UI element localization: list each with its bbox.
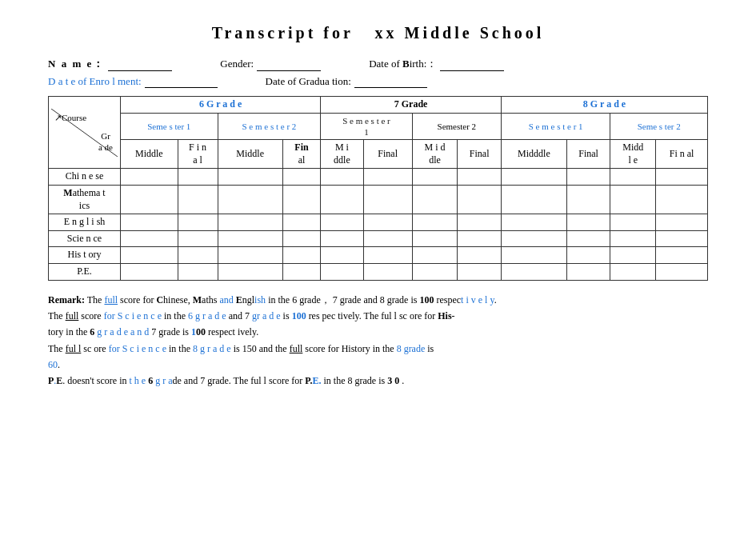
graduation-value <box>354 74 427 88</box>
sc-g7s2m <box>412 230 458 247</box>
e-g6s1f <box>178 214 218 231</box>
enrollment-value <box>145 74 218 88</box>
g6s2-fin: Final <box>282 140 320 169</box>
h-g8s1f <box>566 247 610 264</box>
remark-text-2f: is <box>281 310 292 321</box>
info-row-1: N a m e： Gender: Date of Birth:： <box>48 57 708 71</box>
enrollment-label: D a t e of Enro l ment: <box>48 75 142 88</box>
gender-field: Gender: <box>220 57 321 71</box>
h-g8s2m <box>610 247 656 264</box>
remark-maths: M <box>193 294 202 305</box>
remark-line-3b: 60. <box>48 357 708 373</box>
m-g8s2f <box>656 185 708 214</box>
g7s1-mid: M iddle <box>321 140 363 169</box>
g7-sem1-header: S e m e s t e r1 <box>321 113 412 140</box>
remark-score-60: 60 <box>48 359 58 370</box>
remark-for-3: for <box>109 343 120 354</box>
remark-text-2g: res pec tively. The ful l sc ore for <box>306 310 438 321</box>
grade-8-header: 8 G r a d e <box>501 97 707 114</box>
remark-score-100: 100 <box>419 294 434 305</box>
c-g6s2f <box>282 169 320 186</box>
remark-text-1f: ngl <box>242 294 254 305</box>
remark-text-2l: respect ively. <box>206 326 258 337</box>
remark-text-1l: t i v e l y <box>461 294 494 305</box>
remark-his-2: His <box>438 310 451 321</box>
remark-text-2a: The <box>48 310 66 321</box>
c-g8s1f <box>566 169 610 186</box>
row-english: E n g l i sh <box>49 214 708 231</box>
e-g7s2m <box>412 214 458 231</box>
remark-text-1c: hinese, <box>163 294 193 305</box>
c-g6s1f <box>178 169 218 186</box>
corner-cell: Gra de ↗Course <box>49 97 121 169</box>
remark-6g-2: 6 g r a d e <box>188 310 226 321</box>
remark-text-3i: is <box>425 343 434 354</box>
e-g8s1m <box>501 214 566 231</box>
remark-g-pe: g r a <box>155 375 172 386</box>
remark-section: Remark: The full score for Chinese, Math… <box>48 292 708 389</box>
dob-value <box>440 58 504 71</box>
remark-text-3g: score for <box>302 343 341 354</box>
grade-6-header: 6 G r a d e <box>121 97 321 114</box>
h-g6s1f <box>178 247 218 264</box>
sc-g8s1m <box>501 230 566 247</box>
c-g6s2m <box>218 169 282 186</box>
e-g8s2m <box>610 214 656 231</box>
h-g7s2m <box>412 247 458 264</box>
remark-text-3a: The <box>48 343 66 354</box>
page-title: Transcript for xx Middle School <box>48 24 708 42</box>
remark-text-4g: and 7 grade. The ful l score for <box>182 375 305 386</box>
g6-sem2-header: S e m e s t e r 2 <box>218 113 321 140</box>
remark-text-3j: . <box>58 359 60 370</box>
sc-g7s1f <box>363 230 412 247</box>
remark-his-3: History <box>342 343 370 354</box>
c-g8s2f <box>656 169 708 186</box>
m-g8s1f <box>566 185 610 214</box>
transcript-table: Gra de ↗Course 6 G r a d e 7 Grade 8 G r… <box>48 96 708 281</box>
remark-score-4: score <box>97 375 117 386</box>
e-g7s2f <box>458 214 501 231</box>
corner-grade-label: Gra de <box>98 130 113 154</box>
g8s1-fin: Final <box>566 140 610 169</box>
m-g7s2f <box>458 185 501 214</box>
remark-text-2k: 7 grade is <box>149 326 191 337</box>
sc-g7s2f <box>458 230 501 247</box>
p-g6s1f <box>178 263 218 280</box>
remark-grade-his: g r a d e <box>97 326 128 337</box>
h-g6s2m <box>218 247 282 264</box>
remark-for-2: for <box>104 310 115 321</box>
c-g8s1m <box>501 169 566 186</box>
remark-text-1k: respec <box>434 294 461 305</box>
remark-text-3e: is <box>231 343 242 354</box>
remark-text-4i: . <box>399 375 404 386</box>
remark-text-4h: in the 8 grade is <box>322 375 388 386</box>
remark-sci-3: S c i e n c e <box>122 343 166 354</box>
m-g6s1f <box>178 185 218 214</box>
row-pe: P.E. <box>49 263 708 280</box>
remark-grade7-2: gr a d e <box>252 310 281 321</box>
c-g6s1m <box>121 169 178 186</box>
info-row-2: D a t e of Enro l ment: Date of Gradua t… <box>48 74 708 88</box>
dob-field: Date of Birth:： <box>369 57 504 71</box>
e-g7s1m <box>321 214 363 231</box>
remark-score-100b: 100 <box>292 310 306 321</box>
remark-and-his: a n d <box>130 326 149 337</box>
g6s2-mid: Middle <box>218 140 282 169</box>
remark-text-3h: in the <box>370 343 397 354</box>
remark-full-1: full <box>104 294 118 305</box>
remark-ish: ish <box>254 294 268 305</box>
g8s1-mid: Midddle <box>501 140 566 169</box>
remark-score-100d: 00 <box>196 326 206 337</box>
g7-sem2-header: Semester 2 <box>412 113 501 140</box>
remark-text-1h: 6 <box>290 294 299 305</box>
remark-text-4f: de <box>173 375 182 386</box>
graduation-field: Date of Gradua tion: <box>266 74 427 88</box>
subject-history: His t ory <box>49 247 121 264</box>
remark-text-2e: and 7 <box>226 310 252 321</box>
g6s1-fin: F i na l <box>178 140 218 169</box>
remark-label: Remark: <box>48 294 85 305</box>
corner-course-label: ↗Course <box>54 112 86 123</box>
m-g6s2f <box>282 185 320 214</box>
remark-english: E <box>236 294 242 305</box>
remark-full-3b: full <box>290 343 303 354</box>
